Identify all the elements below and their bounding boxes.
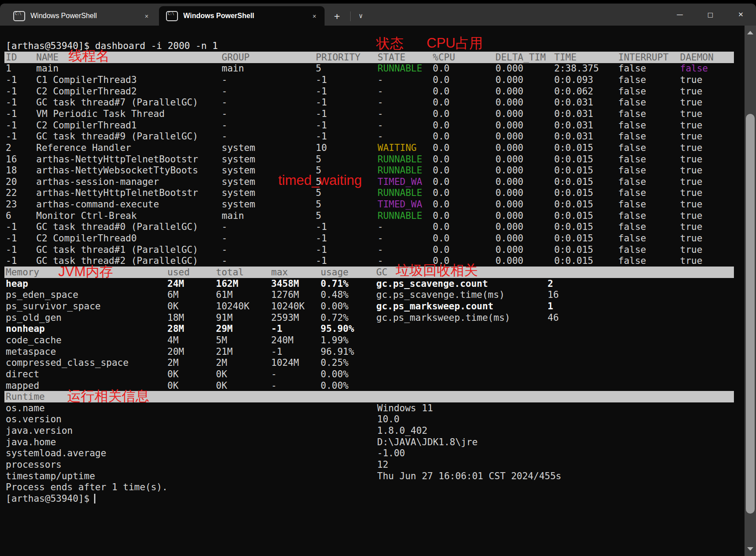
text-cell: -1 bbox=[6, 244, 17, 255]
text-cell: false bbox=[618, 221, 646, 233]
text-cell: Runtime bbox=[6, 391, 45, 402]
new-tab-button[interactable]: + bbox=[328, 6, 346, 26]
text-cell: true bbox=[680, 86, 703, 97]
text-cell: system bbox=[222, 154, 255, 165]
annotation: 运行相关信息 bbox=[67, 389, 149, 403]
text-cell: Monitor Ctrl-Break bbox=[36, 210, 137, 222]
text-cell: 1.8.0_402 bbox=[377, 425, 427, 436]
scroll-down-arrow[interactable] bbox=[745, 545, 756, 552]
text-cell: system bbox=[222, 142, 255, 154]
text-cell: total bbox=[216, 267, 244, 278]
text-cell: 0:0.015 bbox=[554, 142, 593, 154]
text-cell: -1 bbox=[271, 346, 282, 357]
runtime-row: timestamp/uptimeThu Jun 27 16:06:01 CST … bbox=[0, 470, 756, 482]
text-cell: 5M bbox=[216, 334, 227, 346]
text-cell: main bbox=[222, 63, 244, 74]
text-cell: GC task thread#0 (ParallelGC) bbox=[36, 221, 198, 233]
text-cell: used bbox=[167, 267, 190, 278]
text-cell: code_cache bbox=[6, 334, 61, 346]
text-cell: GC task thread#1 (ParallelGC) bbox=[36, 244, 198, 255]
text-cell: - bbox=[222, 86, 227, 97]
text-cell: 0.0 bbox=[433, 74, 450, 86]
tab-bar-divider bbox=[350, 11, 351, 21]
text-cell: RUNNABLE bbox=[378, 63, 422, 74]
text-cell: 0.000 bbox=[495, 199, 523, 210]
text-cell: 10.0 bbox=[377, 413, 400, 425]
text-cell: TIMED_WA bbox=[378, 176, 422, 188]
text-cell: -1 bbox=[316, 131, 327, 142]
scroll-up-arrow[interactable] bbox=[745, 29, 756, 36]
text-cell: java.version bbox=[6, 425, 73, 436]
runtime-row: os.nameWindows 11 bbox=[0, 402, 756, 414]
runtime-row: processors12 bbox=[0, 459, 756, 470]
text-cell: 240M bbox=[271, 334, 294, 346]
text-cell: 0.000 bbox=[495, 165, 523, 176]
text-cell: true bbox=[680, 154, 703, 165]
text-cell: arthas-NettyHttpTelnetBootstr bbox=[36, 154, 198, 165]
text-cell: PRIORITY bbox=[316, 52, 360, 63]
text-cell: - bbox=[222, 120, 227, 131]
text-cell: compressed_class_space bbox=[6, 357, 129, 368]
text-cell: C2 CompilerThread1 bbox=[36, 120, 137, 131]
text-cell: mapped bbox=[6, 380, 39, 391]
text-cell: true bbox=[680, 176, 703, 188]
text-cell: 0.000 bbox=[495, 108, 523, 120]
thread-row: 1mainmain5RUNNABLE0.00.0002:38.375falsef… bbox=[0, 63, 756, 74]
text-cell: 0.000 bbox=[495, 131, 523, 142]
terminal-content[interactable]: [arthas@53940]$ dashboard -i 2000 -n 1ID… bbox=[0, 26, 756, 556]
tab-dropdown-button[interactable]: ∨ bbox=[352, 6, 370, 26]
text-cell: true bbox=[680, 97, 703, 108]
text-cell: -1 bbox=[316, 255, 327, 267]
text-cell: 0:0.015 bbox=[554, 199, 593, 210]
text-cell: TIME bbox=[554, 52, 577, 63]
text-cell: 0:0.015 bbox=[554, 255, 593, 267]
text-cell: system bbox=[222, 187, 255, 199]
tab-windows-powershell-2[interactable]: C:\ Windows PowerShell ✕ bbox=[159, 6, 325, 26]
text-cell: direct bbox=[6, 368, 39, 380]
thread-row: 22arthas-NettyHttpTelnetBootstrsystem5RU… bbox=[0, 187, 756, 199]
text-cell: -1 bbox=[316, 120, 327, 131]
maximize-button[interactable]: □ bbox=[695, 4, 726, 26]
text-cell: ID bbox=[6, 52, 17, 63]
text-cell: gc.ps_scavenge.count bbox=[376, 278, 488, 289]
gc-row: gc.ps_marksweep.count1 bbox=[0, 301, 756, 312]
text-cell: [arthas@53940]$ bbox=[6, 493, 90, 504]
tab-bar: C:\ Windows PowerShell ✕ C:\ Windows Pow… bbox=[0, 4, 756, 26]
text-cell: 2 bbox=[548, 278, 553, 289]
text-cell: 5 bbox=[316, 154, 321, 165]
text-cell: 0:0.015 bbox=[554, 154, 593, 165]
text-cell: processors bbox=[6, 459, 61, 470]
text-cell: - bbox=[378, 74, 383, 86]
thread-row: -1C1 CompilerThread3--1-0.00.0000:0.093f… bbox=[0, 74, 756, 86]
minimize-button[interactable]: — bbox=[665, 4, 695, 26]
text-cell: 0.0 bbox=[433, 176, 450, 188]
tab-windows-powershell-1[interactable]: C:\ Windows PowerShell ✕ bbox=[6, 6, 157, 26]
text-cell: 5 bbox=[316, 187, 321, 199]
text-cell: 0:0.015 bbox=[554, 233, 593, 244]
text-cell: 0.0 bbox=[433, 199, 450, 210]
text-cell: 0.0 bbox=[433, 154, 450, 165]
tab-close-icon[interactable]: ✕ bbox=[140, 12, 153, 19]
text-cell: 5 bbox=[316, 199, 321, 210]
text-cell: Windows 11 bbox=[377, 402, 433, 414]
memory-table-header: MemoryusedtotalmaxusageGC bbox=[0, 267, 756, 278]
text-cell: 0:0.031 bbox=[554, 108, 593, 120]
text-cell: gc.ps_scavenge.time(ms) bbox=[376, 289, 505, 301]
annotation: 线程名 bbox=[68, 49, 110, 63]
thread-table-header: IDNAMEGROUPPRIORITYSTATE%CPUDELTA_TIMTIM… bbox=[0, 52, 756, 63]
text-cell: RUNNABLE bbox=[378, 187, 422, 199]
text-cell: C1 CompilerThread3 bbox=[36, 74, 137, 86]
text-cell: 2M bbox=[216, 357, 227, 368]
text-cell: false bbox=[618, 63, 646, 74]
text-cell: system bbox=[222, 176, 255, 188]
text-cell: 0.000 bbox=[495, 97, 523, 108]
text-cell: false bbox=[618, 255, 646, 267]
text-cell: 0:0.031 bbox=[554, 120, 593, 131]
runtime-row: java.homeD:\JAVA\JDK1.8\jre bbox=[0, 436, 756, 448]
close-button[interactable]: ✕ bbox=[726, 4, 756, 26]
text-cell: -1 bbox=[316, 244, 327, 255]
text-cell: usage bbox=[321, 267, 348, 278]
tab-close-icon[interactable]: ✕ bbox=[308, 12, 321, 19]
text-cell: 28M bbox=[167, 323, 184, 334]
text-cell: 0.000 bbox=[495, 233, 523, 244]
